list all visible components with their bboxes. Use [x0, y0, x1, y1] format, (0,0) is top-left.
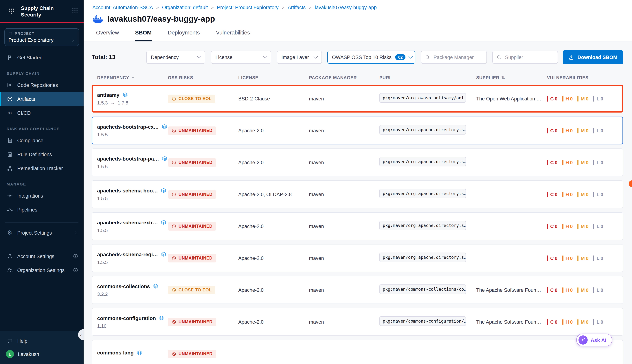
- vuln-low: L0: [593, 224, 603, 229]
- vuln-bar: [562, 192, 563, 197]
- sidebar-item-compliance[interactable]: Compliance: [0, 134, 84, 148]
- layers-icon: [161, 220, 166, 225]
- owasp-risks-filter-dropdown[interactable]: OWASP OSS Top 10 Risks 02: [327, 50, 415, 64]
- dependency-cell: commons-collections 3.2.2: [97, 283, 168, 297]
- purl-pill[interactable]: pkg:maven/commons-collections/co…: [380, 284, 466, 294]
- info-icon: [73, 268, 78, 273]
- supplier-search: [492, 50, 558, 64]
- dependency-filter-dropdown[interactable]: Dependency: [146, 50, 205, 64]
- table-row[interactable]: apacheds-bootstrap-pa… 1.5.5 UNMAINTAINE…: [92, 148, 623, 176]
- module-switcher-grid-icon[interactable]: [72, 7, 78, 16]
- breadcrumb-separator: >: [309, 5, 312, 10]
- oss-risk-cell: CLOSE TO EOL: [168, 94, 238, 103]
- vuln-bar: [578, 160, 579, 165]
- layers-icon: [159, 315, 164, 321]
- sidebar-item-project-settings[interactable]: ⚙ Project Settings: [0, 226, 84, 240]
- tab-vulnerabilities[interactable]: Vulnerabilities: [216, 29, 250, 41]
- breadcrumb-current[interactable]: lavakush07/easy-buggy-app: [315, 5, 377, 10]
- tab-sbom[interactable]: SBOM: [135, 29, 152, 42]
- tab-deployments[interactable]: Deployments: [168, 29, 200, 41]
- sidebar-item-label: Account Settings: [17, 254, 54, 259]
- download-sbom-button[interactable]: Download SBOM: [563, 50, 624, 64]
- table-row[interactable]: apacheds-bootstrap-ex… 1.5.5 UNMAINTAINE…: [92, 116, 623, 144]
- vuln-bar: [593, 255, 594, 261]
- dependency-cell: apacheds-schema-boo… 1.5.5: [97, 188, 168, 201]
- cube-icon: [6, 96, 13, 102]
- sidebar-item-integrations[interactable]: Integrations: [0, 189, 84, 203]
- user-menu[interactable]: L Lavakush: [0, 348, 84, 360]
- dependency-name: commons-collections: [97, 283, 150, 289]
- purl-pill[interactable]: pkg:maven/org.owasp.antisamy/ant…: [380, 93, 466, 103]
- purl-pill[interactable]: pkg:maven/org.apache.directory.s…: [380, 157, 466, 166]
- sidebar-item-get-started[interactable]: Get Started: [0, 51, 84, 65]
- clipboard-icon: [6, 152, 13, 158]
- dependency-version: 1.10: [97, 323, 168, 329]
- search-icon: [496, 54, 501, 60]
- dependency-cell: antisamy 1.5.3 → 1.7.8: [97, 92, 168, 106]
- sidebar-item-cicd[interactable]: ∞ CI/CD: [0, 106, 84, 120]
- oss-risk-badge: CLOSE TO EOL: [168, 286, 215, 294]
- sidebar-item-remediation-tracker[interactable]: Remediation Tracker: [0, 162, 84, 176]
- column-supplier[interactable]: SUPPLIER ⇅: [476, 75, 547, 80]
- license-filter-dropdown[interactable]: License: [210, 50, 271, 64]
- column-purl: PURL: [380, 75, 476, 80]
- tab-overview[interactable]: Overview: [96, 29, 119, 41]
- dependency-version: 1.5.3 → 1.7.8: [97, 100, 168, 106]
- table-row[interactable]: commons-collections 3.2.2 CLOSE TO EOL A…: [92, 276, 623, 304]
- table-header: DEPENDENCY OSS RISKS LICENSE PACKAGE MAN…: [92, 75, 623, 85]
- layers-icon: [122, 92, 128, 98]
- sidebar-item-pipelines[interactable]: Pipelines: [0, 203, 84, 217]
- vuln-high: H0: [562, 319, 572, 324]
- image-layer-filter-dropdown[interactable]: Image Layer: [276, 50, 322, 64]
- vuln-bar: [578, 96, 579, 101]
- filter-bar: Dependency License Image Layer OWASP OSS…: [146, 50, 558, 64]
- table-row[interactable]: apacheds-schema-boo… 1.5.5 UNMAINTAINED …: [92, 180, 623, 208]
- purl-pill[interactable]: pkg:maven/commons-configuration/…: [380, 316, 466, 326]
- sidebar-item-artifacts[interactable]: Artifacts: [0, 92, 84, 106]
- breadcrumb-artifacts[interactable]: Artifacts: [288, 5, 306, 10]
- purl-pill[interactable]: pkg:maven/org.apache.directory.s…: [380, 252, 466, 262]
- column-oss-risks: OSS RISKS: [168, 75, 238, 80]
- dependency-version: 1.5.5: [97, 196, 168, 201]
- vuln-bar: [578, 224, 579, 229]
- table-row[interactable]: antisamy 1.5.3 → 1.7.8 CLOSE TO EOL BSD-…: [92, 85, 623, 112]
- ask-ai-button[interactable]: Ask AI: [576, 334, 612, 346]
- table-row[interactable]: commons-lang UNMAINTAINED: [92, 340, 623, 364]
- purl-pill[interactable]: pkg:maven/org.apache.directory.s…: [380, 221, 466, 230]
- breadcrumb-project[interactable]: Project: Product Exploratory: [217, 5, 278, 10]
- table-row[interactable]: apacheds-schema-extr… 1.5.5 UNMAINTAINED…: [92, 212, 623, 240]
- sidebar-item-account-settings[interactable]: Account Settings: [0, 250, 84, 264]
- section-label-supply-chain: SUPPLY CHAIN: [0, 65, 84, 78]
- dependency-version: 1.5.5: [97, 228, 168, 233]
- supplier-input[interactable]: [504, 54, 554, 60]
- vuln-critical: C0: [547, 192, 558, 197]
- project-selector[interactable]: PROJECT Product Exploratory: [4, 28, 79, 46]
- oss-risk-badge: UNMAINTAINED: [168, 190, 216, 198]
- sidebar-item-code-repositories[interactable]: Code Repositories: [0, 78, 84, 92]
- breadcrumb-organization[interactable]: Organization: default: [162, 5, 208, 10]
- supplier-cell: The Apache Software Foun…: [476, 319, 547, 324]
- vuln-bar: [562, 128, 563, 133]
- vuln-high: H0: [562, 287, 572, 293]
- table-body: antisamy 1.5.3 → 1.7.8 CLOSE TO EOL BSD-…: [92, 85, 623, 364]
- sort-desc-icon: [131, 76, 135, 80]
- vuln-high: H0: [562, 224, 572, 229]
- filter-count-badge: 02: [395, 54, 406, 60]
- breadcrumb-account[interactable]: Account: Automation-SSCA: [92, 5, 153, 10]
- purl-pill[interactable]: pkg:maven/org.apache.directory.s…: [380, 125, 466, 134]
- document-icon: [6, 138, 13, 144]
- table-row[interactable]: apacheds-schema-regi… 1.5.5 UNMAINTAINED…: [92, 244, 623, 272]
- oss-risk-badge: UNMAINTAINED: [168, 158, 216, 166]
- package-manager-input[interactable]: [433, 54, 482, 60]
- sidebar-item-rule-definitions[interactable]: Rule Definitions: [0, 148, 84, 162]
- column-dependency[interactable]: DEPENDENCY: [97, 75, 168, 80]
- sidebar-item-label: Project Settings: [17, 230, 52, 236]
- gear-icon: ⚙: [6, 230, 13, 236]
- sidebar-item-organization-settings[interactable]: Organization Settings: [0, 264, 84, 277]
- purl-pill[interactable]: pkg:maven/org.apache.directory.s…: [380, 189, 466, 198]
- sidebar-item-help[interactable]: Help: [0, 334, 84, 348]
- layers-icon: [161, 188, 166, 193]
- vuln-bar: [593, 224, 594, 229]
- table-row[interactable]: commons-configuration 1.10 UNMAINTAINED …: [92, 308, 623, 336]
- vuln-bar: [578, 192, 579, 197]
